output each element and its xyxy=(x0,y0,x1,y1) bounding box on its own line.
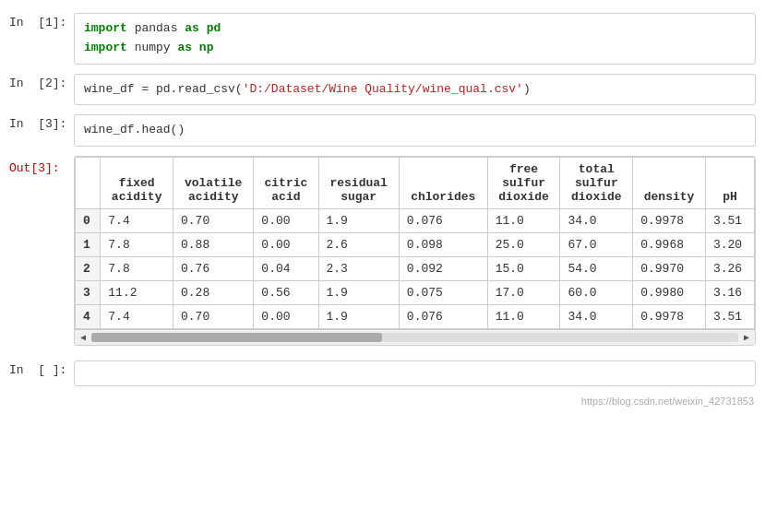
table-cell: 34.0 xyxy=(560,209,633,233)
cell-1-label: In [1]: xyxy=(9,13,74,30)
table-scroll-area[interactable]: fixedacidity volatileacidity citricacid … xyxy=(75,157,755,329)
cell-2-content[interactable]: wine_df = pd.read_csv('D:/Dataset/Wine Q… xyxy=(74,74,756,106)
col-header-density: density xyxy=(633,158,706,209)
col-header-total-sulfur-dioxide: totalsulfurdioxide xyxy=(560,158,633,209)
table-row-index: 3 xyxy=(76,281,101,305)
keyword-import: import xyxy=(84,21,127,35)
table-cell: 25.0 xyxy=(487,233,560,257)
table-cell: 54.0 xyxy=(560,257,633,281)
table-cell: 0.76 xyxy=(173,257,254,281)
cell-3: In [3]: wine_df.head() xyxy=(0,111,765,150)
scroll-thumb[interactable] xyxy=(91,333,382,342)
table-cell: 0.70 xyxy=(173,305,254,329)
table-row-index: 4 xyxy=(76,305,101,329)
keyword-as2: as xyxy=(177,41,192,54)
cell-1-content[interactable]: import pandas as pd import numpy as np xyxy=(74,13,756,65)
table-cell: 15.0 xyxy=(487,257,560,281)
table-row: 27.80.760.042.30.09215.054.00.99703.26 xyxy=(76,257,755,281)
dataframe-table: fixedacidity volatileacidity citricacid … xyxy=(74,156,756,346)
table-cell: 0.092 xyxy=(399,257,487,281)
table-cell: 60.0 xyxy=(560,281,633,305)
table-row: 17.80.880.002.60.09825.067.00.99683.20 xyxy=(76,233,755,257)
string-path: 'D:/Dataset/Wine Quality/wine_qual.csv' xyxy=(243,82,523,96)
table-cell: 11.2 xyxy=(101,281,173,305)
table-row-index: 1 xyxy=(76,233,101,257)
cell-empty-label: In [ ]: xyxy=(9,361,74,377)
table-cell: 7.8 xyxy=(101,233,173,257)
table-cell: 0.076 xyxy=(399,209,487,233)
table-cell: 11.0 xyxy=(487,305,560,329)
table-cell: 0.098 xyxy=(399,233,487,257)
code-line-4: wine_df.head() xyxy=(84,121,746,140)
table-row-index: 0 xyxy=(76,209,101,233)
table-cell: 0.00 xyxy=(254,305,318,329)
table-cell: 1.9 xyxy=(318,305,399,329)
col-header-fixed-acidity: fixedacidity xyxy=(101,158,173,209)
table-cell: 3.51 xyxy=(705,209,754,233)
col-header-volatile-acidity: volatileacidity xyxy=(173,158,254,209)
table-cell: 0.28 xyxy=(173,281,254,305)
table-cell: 7.4 xyxy=(101,209,173,233)
table-cell: 1.9 xyxy=(318,209,399,233)
table-cell: 3.51 xyxy=(705,305,754,329)
table-cell: 0.9980 xyxy=(633,281,706,305)
cell-empty-content[interactable] xyxy=(74,361,756,386)
table-cell: 11.0 xyxy=(487,209,560,233)
scroll-left-arrow[interactable]: ◀ xyxy=(78,332,88,343)
cell-2: In [2]: wine_df = pd.read_csv('D:/Datase… xyxy=(0,70,765,110)
table-cell: 0.04 xyxy=(254,257,318,281)
table-cell: 0.9968 xyxy=(633,233,706,257)
table-cell: 2.3 xyxy=(318,257,399,281)
table-cell: 0.9978 xyxy=(633,209,706,233)
cell-3-content[interactable]: wine_df.head() xyxy=(74,114,756,147)
cell-empty: In [ ]: xyxy=(0,357,765,390)
table-cell: 7.8 xyxy=(101,257,173,281)
col-header-index xyxy=(76,158,101,209)
alias-pd: pd xyxy=(207,21,221,35)
table-cell: 17.0 xyxy=(487,281,560,305)
table-cell: 0.00 xyxy=(254,209,318,233)
table-row: 311.20.280.561.90.07517.060.00.99803.16 xyxy=(76,281,755,305)
table-cell: 3.26 xyxy=(705,257,754,281)
table-cell: 34.0 xyxy=(560,305,633,329)
col-header-residual-sugar: residualsugar xyxy=(318,158,399,209)
table-cell: 0.075 xyxy=(399,281,487,305)
table-cell: 2.6 xyxy=(318,233,399,257)
table-cell: 0.00 xyxy=(254,233,318,257)
table-cell: 67.0 xyxy=(560,233,633,257)
watermark: https://blog.csdn.net/weixin_42731853 xyxy=(0,392,765,407)
col-header-chlorides: chlorides xyxy=(399,158,487,209)
table-cell: 0.70 xyxy=(173,209,254,233)
table-header-row: fixedacidity volatileacidity citricacid … xyxy=(76,158,755,209)
keyword-as: as xyxy=(185,21,199,35)
table-cell: 0.88 xyxy=(173,233,254,257)
code-line-3: wine_df = pd.read_csv('D:/Dataset/Wine Q… xyxy=(84,80,746,100)
cell-2-label: In [2]: xyxy=(9,74,74,90)
cell-1: In [1]: import pandas as pd import numpy… xyxy=(0,9,765,68)
table-cell: 0.56 xyxy=(254,281,318,305)
output-3-label: Out[3]: xyxy=(9,156,74,175)
table-row: 47.40.700.001.90.07611.034.00.99783.51 xyxy=(76,305,755,329)
table-cell: 3.20 xyxy=(705,233,754,257)
table-cell: 7.4 xyxy=(101,305,173,329)
scroll-track[interactable] xyxy=(91,333,738,342)
cell-3-label: In [3]: xyxy=(9,114,74,131)
table-cell: 0.9978 xyxy=(633,305,706,329)
scroll-right-arrow[interactable]: ▶ xyxy=(742,332,751,343)
notebook: In [1]: import pandas as pd import numpy… xyxy=(0,9,765,407)
keyword-import2: import xyxy=(84,41,127,54)
col-header-free-sulfur-dioxide: freesulfurdioxide xyxy=(487,158,560,209)
table-cell: 0.076 xyxy=(399,305,487,329)
table-cell: 0.9970 xyxy=(633,257,706,281)
col-header-citric-acid: citricacid xyxy=(254,158,318,209)
table-row: 07.40.700.001.90.07611.034.00.99783.51 xyxy=(76,209,755,233)
output-3: Out[3]: fixedacidity volatileacidity cit… xyxy=(0,152,765,349)
horizontal-scrollbar[interactable]: ◀ ▶ xyxy=(75,329,755,345)
code-line-2: import numpy as np xyxy=(84,39,746,58)
col-header-ph: pH xyxy=(705,158,754,209)
code-line-1: import pandas as pd xyxy=(84,19,746,39)
table-cell: 3.16 xyxy=(705,281,754,305)
wine-dataframe: fixedacidity volatileacidity citricacid … xyxy=(75,157,755,329)
alias-np: np xyxy=(199,41,214,54)
table-body: 07.40.700.001.90.07611.034.00.99783.5117… xyxy=(76,209,755,329)
